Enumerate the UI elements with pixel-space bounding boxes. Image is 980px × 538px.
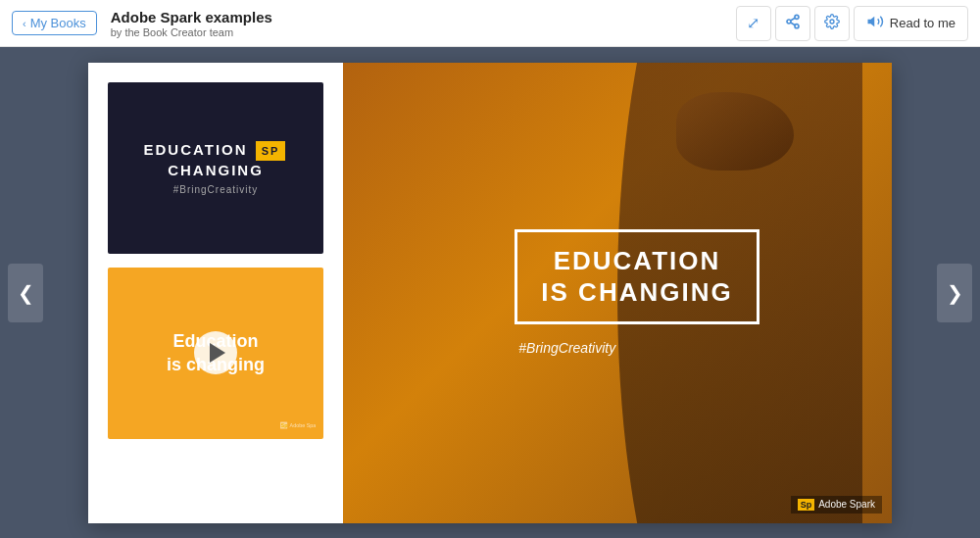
read-to-button[interactable]: Read to me [854,6,968,41]
right-page-title-line2: IS CHANGING [541,277,732,308]
video-top-hashtag: #BringCreativity [108,184,323,195]
svg-text:Sp: Sp [281,422,289,428]
header-title-block: Adobe Spark examples by the Book Creator… [111,9,736,38]
main-content: ❮ EDUCATION Sp CHANGING #BringCreativity… [0,47,980,538]
video-top-text: EDUCATION Sp CHANGING [108,140,323,180]
next-page-button[interactable]: ❯ [937,264,972,322]
settings-button[interactable] [814,6,850,41]
book-subtitle: by the Book Creator team [111,26,736,38]
right-page-title-line1: EDUCATION [541,246,732,276]
book-title: Adobe Spark examples [111,9,736,26]
share-icon [785,14,801,33]
book-spread: EDUCATION Sp CHANGING #BringCreativity E… [88,63,892,523]
prev-page-button[interactable]: ❮ [8,264,43,322]
right-page: EDUCATION IS CHANGING #BringCreativity S… [343,63,892,523]
spark-badge: Sp [256,141,286,161]
prev-arrow-icon: ❮ [18,281,34,305]
header-actions: ⤢ [736,6,968,41]
svg-point-2 [795,24,799,27]
my-books-button[interactable]: ‹ My Books [12,11,97,35]
svg-point-5 [830,20,834,24]
svg-text:Adobe Spark: Adobe Spark [290,421,316,427]
chevron-left-icon: ‹ [23,18,26,29]
my-books-label: My Books [30,16,86,30]
svg-line-3 [791,23,796,25]
fullscreen-button[interactable]: ⤢ [736,6,771,41]
svg-point-0 [795,15,799,19]
fullscreen-icon: ⤢ [747,14,760,32]
video-bottom-panel[interactable]: Educationis changing Sp Adobe Spark [108,268,323,439]
right-page-hashtag: #BringCreativity [514,340,615,356]
svg-point-1 [787,20,791,24]
play-triangle-icon [210,343,225,363]
speaker-icon [866,13,884,34]
adobe-spark-badge: Sp Adobe Spark [791,496,882,514]
adobe-spark-logo: Sp Adobe Spark [280,419,316,433]
video-top-panel[interactable]: EDUCATION Sp CHANGING #BringCreativity [108,82,323,254]
adobe-spark-text: Adobe Spark [818,499,875,510]
read-to-label: Read to me [890,16,956,30]
right-page-title-box: EDUCATION IS CHANGING [514,229,759,323]
settings-icon [824,14,840,33]
sp-label: Sp [798,499,815,511]
share-button[interactable] [775,6,810,41]
next-arrow-icon: ❯ [947,281,963,305]
svg-line-4 [791,18,796,21]
left-page: EDUCATION Sp CHANGING #BringCreativity E… [88,63,343,523]
header: ‹ My Books Adobe Spark examples by the B… [0,0,980,47]
right-page-content: EDUCATION IS CHANGING #BringCreativity [475,229,759,355]
play-button[interactable] [194,331,237,374]
